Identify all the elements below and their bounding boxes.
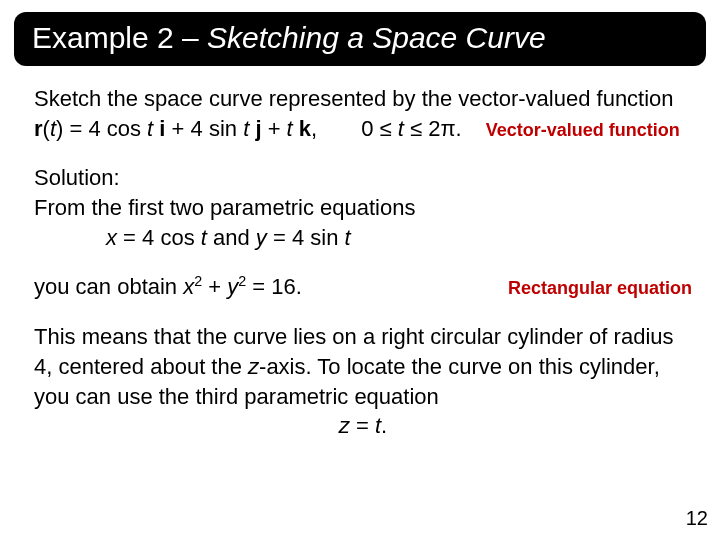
parametric-xy: x = 4 cos t and y = 4 sin t [34, 223, 692, 253]
solution-label: Solution: [34, 163, 692, 193]
z-equation: z = t. [34, 411, 692, 441]
domain-range: 0 ≤ t ≤ 2π. [361, 114, 462, 144]
slide-title: Example 2 – Sketching a Space Curve [14, 12, 706, 66]
slide-content: Sketch the space curve represented by th… [0, 84, 720, 441]
rectangular-equation: you can obtain x2 + y2 = 16. [34, 272, 302, 302]
intro-text: Sketch the space curve represented by th… [34, 84, 692, 114]
rectangular-line: you can obtain x2 + y2 = 16. Rectangular… [34, 272, 692, 302]
vector-function-line: r(t) = 4 cos t i + 4 sin t j + t k, 0 ≤ … [34, 114, 692, 144]
intro-block: Sketch the space curve represented by th… [34, 84, 692, 143]
title-prefix: Example 2 – [32, 21, 207, 54]
solution-block: Solution: From the first two parametric … [34, 163, 692, 252]
annotation-vector-valued: Vector-valued function [486, 118, 680, 142]
solution-intro: From the first two parametric equations [34, 193, 692, 223]
cylinder-block: This means that the curve lies on a righ… [34, 322, 692, 441]
page-number: 12 [686, 507, 708, 530]
vector-equation: r(t) = 4 cos t i + 4 sin t j + t k, [34, 114, 317, 144]
title-main: Sketching a Space Curve [207, 21, 546, 54]
annotation-rectangular: Rectangular equation [508, 276, 692, 300]
